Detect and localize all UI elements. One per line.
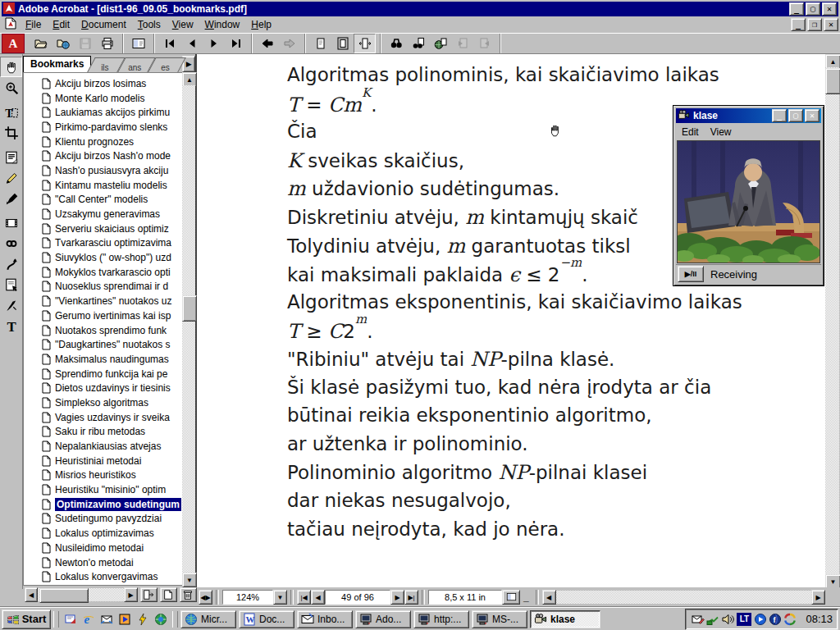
pdf-doc-icon[interactable] xyxy=(5,17,16,32)
klase-menu-view[interactable]: View xyxy=(705,125,737,139)
bookmark-label[interactable]: Sudetingumo pavyzdziai xyxy=(55,513,162,524)
klase-minimize-button[interactable]: _ xyxy=(772,109,787,122)
search-button[interactable] xyxy=(407,34,429,53)
print-button[interactable] xyxy=(96,34,118,53)
document-vertical-scrollbar[interactable]: ▲ ▼ xyxy=(825,54,839,587)
tab-signatures[interactable]: es xyxy=(148,57,186,72)
find-button[interactable] xyxy=(385,34,407,53)
last-page-button[interactable] xyxy=(225,34,247,53)
bookmark-label[interactable]: Saku ir ribu metodas xyxy=(55,426,145,437)
zoom-level[interactable]: 124% xyxy=(222,590,273,605)
bookmark-label[interactable]: Newton'o metodai xyxy=(55,557,134,568)
text-select-tool[interactable]: T xyxy=(0,102,22,122)
menu-document[interactable]: Document xyxy=(75,17,132,32)
bookmark-label[interactable]: Sprendimo funkcija kai pe xyxy=(55,368,167,380)
bookmark-label[interactable]: Akciju birzos Nash'o mode xyxy=(55,150,171,162)
start-button[interactable]: Start xyxy=(2,609,51,629)
movie-tool[interactable] xyxy=(0,212,22,233)
bookmark-item[interactable]: Tvarkarasciu optimizavima xyxy=(24,236,182,251)
bookmark-label[interactable]: Pirkimo-pardavimo slenks xyxy=(55,121,167,133)
bookmark-item[interactable]: Simplekso algoritmas xyxy=(24,395,182,410)
menu-window[interactable]: Window xyxy=(199,17,246,32)
last-page-button[interactable]: ▶| xyxy=(404,590,418,605)
bookmark-label[interactable]: Kintamu masteliu modelis xyxy=(55,180,167,191)
bookmark-item[interactable]: Heuristiniai metodai xyxy=(24,454,182,468)
menu-tools[interactable]: Tools xyxy=(132,17,167,32)
bookmark-label[interactable]: Heuristiniai metodai xyxy=(55,455,141,467)
taskbar-divider[interactable] xyxy=(172,611,178,628)
task-doc-button[interactable]: WDoc... xyxy=(239,610,294,628)
bookmark-item[interactable]: Laukiamas akcijos pirkimu xyxy=(24,105,182,120)
tab-bookmarks[interactable]: Bookmarks xyxy=(23,56,91,72)
bookmark-label[interactable]: Dietos uzdavinys ir tiesinis xyxy=(55,382,171,394)
link-tool[interactable] xyxy=(0,233,22,253)
crop-tool[interactable] xyxy=(0,122,22,143)
tray-volume-icon[interactable] xyxy=(720,612,735,627)
media-player-icon[interactable] xyxy=(116,610,134,628)
bookmark-item[interactable]: Mokyklos tvarkarascio opti xyxy=(24,265,182,280)
bookmark-item[interactable]: Kintamu masteliu modelis xyxy=(24,178,182,193)
bookmark-item[interactable]: Heuristiku "misinio" optim xyxy=(24,482,182,497)
winamp-icon[interactable] xyxy=(134,610,152,628)
bookmark-item[interactable]: Misrios heuristikos xyxy=(24,468,182,483)
touchup-text-tool[interactable]: T xyxy=(0,315,22,336)
bookmark-item[interactable]: Optimizavimo sudetingum xyxy=(24,497,182,512)
notes-tool[interactable] xyxy=(0,147,22,167)
search-results-button[interactable] xyxy=(429,34,451,53)
menu-edit[interactable]: Edit xyxy=(47,17,75,32)
nav-pane-button[interactable] xyxy=(127,34,149,53)
menu-view[interactable]: View xyxy=(167,17,199,32)
bookmarks-vertical-scrollbar[interactable]: ▲ ▼ xyxy=(182,72,195,586)
bookmark-item[interactable]: Serveriu skaiciaus optimiz xyxy=(24,221,182,236)
bm-hscroll-right-icon[interactable]: ▶ xyxy=(124,587,137,602)
tray-mail-pen-icon[interactable] xyxy=(691,612,705,627)
bookmark-item[interactable]: Uzsakymu generavimas xyxy=(24,207,182,221)
language-indicator[interactable]: LT xyxy=(737,613,751,626)
bookmark-label[interactable]: Nepalankiausias atvejas xyxy=(55,441,161,452)
bookmark-item[interactable]: Siuvyklos (" ow-shop") uzd xyxy=(24,250,182,265)
klase-window[interactable]: klase _ ▢ ✕ EditView xyxy=(673,105,824,286)
doc-minimize-button[interactable]: _ xyxy=(791,18,806,31)
bookmark-label[interactable]: Optimizavimo sudetingum xyxy=(55,498,181,511)
task-inbo-button[interactable]: Inbo... xyxy=(297,610,353,628)
zoom-dropdown-icon[interactable]: ▼ xyxy=(273,590,287,605)
bookmark-item[interactable]: Nuotakos sprendimo funk xyxy=(24,323,182,338)
bookmark-label[interactable]: Nuotakos sprendimo funk xyxy=(55,325,167,336)
bookmark-label[interactable]: "Vienkartines" nuotakos uz xyxy=(55,295,171,307)
klase-menu-edit[interactable]: Edit xyxy=(676,125,705,139)
form-tool[interactable] xyxy=(0,274,22,294)
bm-hscroll-left-icon[interactable]: ◀ xyxy=(25,587,38,602)
show-desktop-icon[interactable] xyxy=(62,610,80,628)
fit-window-button[interactable] xyxy=(331,34,354,53)
bookmark-label[interactable]: Lokalus optimizavimas xyxy=(55,527,154,539)
minimize-button[interactable]: _ xyxy=(789,2,804,16)
open-button[interactable] xyxy=(30,34,52,53)
bookmark-label[interactable]: Heuristiku "misinio" optim xyxy=(55,484,166,495)
bookmark-item[interactable]: "Call Center" modelis xyxy=(24,193,182,208)
close-button[interactable]: ✕ xyxy=(822,2,837,16)
bookmark-item[interactable]: Nepalankiausias atvejas xyxy=(24,439,182,454)
pane-splitter-button[interactable]: ◀▶ xyxy=(199,590,212,605)
bookmark-label[interactable]: Maksimalus naudingumas xyxy=(55,354,169,365)
bookmark-item[interactable]: Pirkimo-pardavimo slenks xyxy=(24,120,182,135)
tray-player-icon[interactable] xyxy=(753,612,768,627)
actual-size-button[interactable] xyxy=(309,34,331,53)
task-klase-button[interactable]: klase xyxy=(530,610,600,628)
fit-width-button[interactable] xyxy=(354,34,376,53)
bookmark-label[interactable]: Lokalus konvergavimas xyxy=(55,571,158,582)
prev-page-button[interactable] xyxy=(180,34,203,53)
bookmark-label[interactable]: Nash'o pusiausvyra akciju xyxy=(55,165,168,176)
bookmark-label[interactable]: Siuvyklos (" ow-shop") uzd xyxy=(55,252,171,263)
bookmark-item[interactable]: Gerumo ivertinimas kai isp xyxy=(24,308,182,323)
menu-help[interactable]: Help xyxy=(245,17,277,32)
clock[interactable]: 08:13 xyxy=(806,613,833,625)
task-ado-button[interactable]: Ado... xyxy=(355,610,411,628)
bookmark-label[interactable]: Akciju birzos losimas xyxy=(55,78,146,89)
highlight-tool[interactable] xyxy=(0,188,22,208)
first-page-button[interactable]: |◀ xyxy=(297,590,311,605)
klase-close-button[interactable]: ✕ xyxy=(805,109,819,122)
bookmark-item[interactable]: Lokalus optimizavimas xyxy=(24,526,182,541)
bookmark-label[interactable]: Mokyklos tvarkarascio opti xyxy=(55,267,171,278)
bookmark-label[interactable]: Gerumo ivertinimas kai isp xyxy=(55,310,171,322)
outlook-icon[interactable] xyxy=(98,610,116,628)
